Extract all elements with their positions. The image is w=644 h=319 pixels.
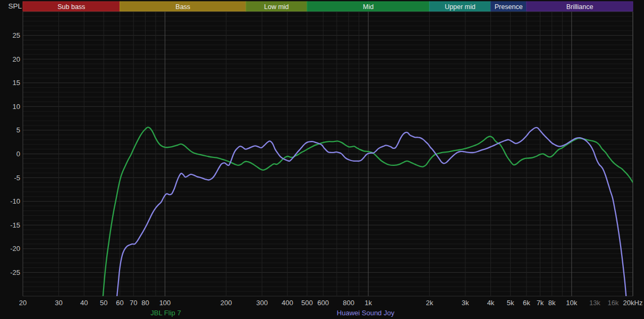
x-tick-label-500: 500: [301, 299, 313, 307]
x-tick-label-20kHz: 20kHz: [623, 299, 643, 307]
x-tick-label-60: 60: [116, 299, 123, 307]
band-label-low-mid: Low mid: [264, 3, 289, 11]
spl-frequency-plot: Sub bassBassLow midMidUpper midPresenceB…: [0, 0, 644, 319]
y-tick-label-25: 25: [13, 31, 20, 39]
frequency-curves: [103, 127, 633, 297]
x-tick-label-40: 40: [80, 299, 88, 307]
band-label-brilliance: Brilliance: [566, 3, 594, 11]
x-tick-label-6k: 6k: [523, 299, 530, 307]
y-axis-tick-labels: 2520151050-5-10-15-20-25: [10, 31, 20, 276]
legend-label-jbl-flip-7: JBL Flip 7: [150, 309, 181, 317]
x-tick-label-200: 200: [221, 299, 232, 307]
x-tick-label-13k: 13k: [589, 299, 600, 307]
frequency-response-chart: Sub bassBassLow midMidUpper midPresenceB…: [0, 0, 644, 319]
curve-jbl-flip-7: [103, 127, 633, 297]
legend-label-huawei-sound-joy: Huawei Sound Joy: [337, 309, 395, 317]
x-tick-label-30: 30: [55, 299, 62, 307]
band-label-presence: Presence: [495, 3, 523, 11]
y-tick-label-15: 15: [13, 79, 20, 87]
x-tick-label-70: 70: [130, 299, 137, 307]
y-tick-label--20: -20: [10, 245, 20, 253]
x-tick-label-400: 400: [282, 299, 293, 307]
y-tick-label--10: -10: [10, 197, 20, 205]
band-label-upper-mid: Upper mid: [445, 3, 476, 11]
band-label-bass: Bass: [175, 3, 190, 11]
spl-axis-label: SPL: [8, 2, 22, 10]
x-tick-label-80: 80: [141, 299, 149, 307]
x-tick-label-2k: 2k: [426, 299, 433, 307]
y-tick-label-5: 5: [16, 126, 20, 134]
band-label-sub-bass: Sub bass: [57, 3, 85, 11]
x-tick-label-3k: 3k: [462, 299, 469, 307]
x-tick-label-800: 800: [343, 299, 354, 307]
x-axis-tick-labels: 203040506070801002003004005006008001k2k3…: [19, 299, 643, 307]
y-tick-label-10: 10: [13, 103, 20, 111]
y-tick-label--5: -5: [14, 174, 20, 182]
x-tick-label-10k: 10k: [566, 299, 577, 307]
x-tick-label-50: 50: [100, 299, 107, 307]
y-tick-label-0: 0: [16, 150, 20, 158]
y-tick-label--25: -25: [10, 268, 20, 276]
x-tick-label-1k: 1k: [365, 299, 372, 307]
x-tick-label-7k: 7k: [537, 299, 544, 307]
x-tick-label-5k: 5k: [507, 299, 514, 307]
y-tick-label--15: -15: [10, 221, 20, 229]
x-tick-label-300: 300: [256, 299, 268, 307]
band-label-mid: Mid: [363, 3, 374, 11]
y-tick-label-20: 20: [13, 55, 20, 63]
x-tick-label-100: 100: [159, 299, 171, 307]
frequency-band-row: Sub bassBassLow midMidUpper midPresenceB…: [23, 2, 633, 11]
x-tick-label-16k: 16k: [607, 299, 618, 307]
x-tick-label-4k: 4k: [487, 299, 495, 307]
x-tick-label-20: 20: [19, 299, 27, 307]
x-tick-label-8k: 8k: [548, 299, 556, 307]
x-tick-label-600: 600: [317, 299, 329, 307]
